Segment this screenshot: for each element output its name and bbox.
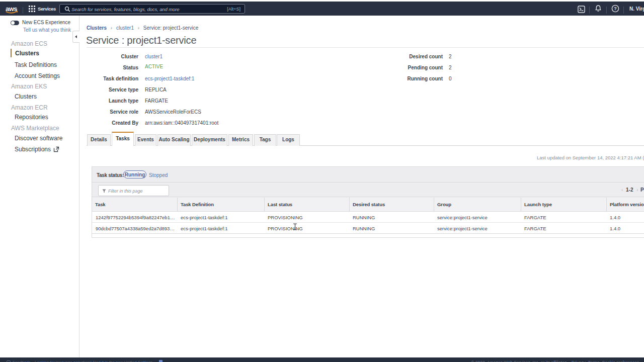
svg-text:?: ?	[614, 6, 617, 11]
svg-text:aws: aws	[6, 5, 17, 13]
